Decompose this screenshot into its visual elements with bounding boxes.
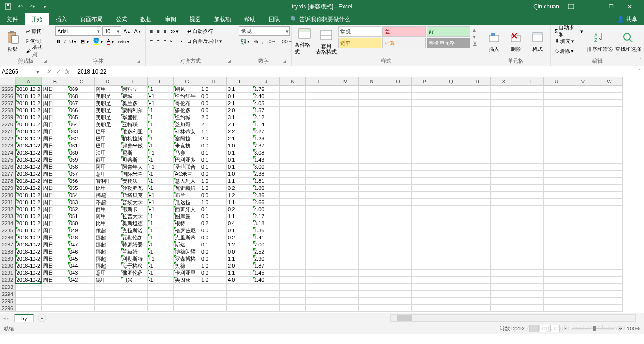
cell[interactable] bbox=[570, 248, 596, 255]
cell[interactable]: 062 bbox=[68, 135, 95, 142]
cell[interactable] bbox=[280, 291, 306, 298]
cell[interactable] bbox=[491, 178, 517, 185]
zoom-out-button[interactable]: − bbox=[564, 326, 567, 331]
cell[interactable] bbox=[491, 241, 517, 248]
cell[interactable]: 067 bbox=[68, 100, 95, 107]
cell[interactable] bbox=[332, 305, 359, 312]
cell[interactable] bbox=[332, 270, 359, 277]
cell[interactable]: 4.05 bbox=[253, 100, 280, 107]
cell[interactable]: 蒙特利尔 bbox=[121, 107, 148, 114]
zoom-slider[interactable] bbox=[572, 328, 614, 329]
cell[interactable] bbox=[464, 298, 491, 305]
cell[interactable] bbox=[412, 192, 438, 199]
cell[interactable] bbox=[253, 305, 280, 312]
cell[interactable] bbox=[412, 241, 438, 248]
cell[interactable] bbox=[332, 291, 359, 298]
cell[interactable] bbox=[306, 128, 332, 135]
cell[interactable]: 3.00 bbox=[253, 164, 280, 171]
cell[interactable]: 周日 bbox=[42, 234, 68, 241]
row-header[interactable]: 2268 bbox=[0, 107, 16, 114]
cell[interactable]: 周日 bbox=[42, 135, 68, 142]
cell[interactable] bbox=[385, 277, 412, 284]
cell[interactable] bbox=[596, 107, 623, 114]
cell[interactable]: 周日 bbox=[42, 192, 68, 199]
cell[interactable] bbox=[491, 164, 517, 171]
cell[interactable] bbox=[570, 93, 596, 100]
cell[interactable] bbox=[596, 262, 623, 270]
col-header-O[interactable]: O bbox=[385, 77, 412, 86]
cell[interactable] bbox=[544, 284, 570, 291]
zoom-level[interactable]: 100% bbox=[627, 326, 640, 331]
cell[interactable] bbox=[517, 220, 544, 227]
cell[interactable] bbox=[491, 93, 517, 100]
cell[interactable] bbox=[438, 220, 464, 227]
cell[interactable] bbox=[438, 298, 464, 305]
col-header-T[interactable]: T bbox=[517, 77, 544, 86]
cell[interactable] bbox=[174, 305, 200, 312]
cell[interactable]: 0:1 bbox=[200, 206, 227, 213]
cell[interactable]: 安托法 bbox=[121, 178, 148, 185]
cell[interactable]: 064 bbox=[68, 121, 95, 128]
cell[interactable]: 2018-10-2 bbox=[16, 107, 42, 114]
cell[interactable] bbox=[200, 291, 227, 298]
cell[interactable] bbox=[491, 270, 517, 277]
row-header[interactable]: 2280 bbox=[0, 192, 16, 199]
cell[interactable]: 弗鲁米嫩 bbox=[121, 142, 148, 149]
cell[interactable] bbox=[570, 156, 596, 164]
cell[interactable]: 挪超 bbox=[95, 241, 121, 248]
cell[interactable] bbox=[385, 220, 412, 227]
cell[interactable] bbox=[491, 220, 517, 227]
cell[interactable]: 哥伦布 bbox=[174, 100, 200, 107]
phonetic-button[interactable]: wén▾ bbox=[116, 37, 131, 46]
cell[interactable]: 2.12 bbox=[253, 114, 280, 121]
cell[interactable] bbox=[544, 298, 570, 305]
row-header[interactable]: 2274 bbox=[0, 149, 16, 156]
cell[interactable]: -1 bbox=[148, 121, 174, 128]
cell[interactable] bbox=[517, 149, 544, 156]
cell[interactable] bbox=[280, 241, 306, 248]
cell[interactable] bbox=[280, 114, 306, 121]
col-header-E[interactable]: E bbox=[121, 77, 148, 86]
cell[interactable]: 2.90 bbox=[253, 255, 280, 262]
cell[interactable] bbox=[332, 93, 359, 100]
cell[interactable]: 巴甲 bbox=[95, 128, 121, 135]
cell[interactable] bbox=[544, 171, 570, 178]
cell[interactable] bbox=[306, 248, 332, 255]
cell[interactable] bbox=[570, 171, 596, 178]
cell[interactable] bbox=[359, 248, 385, 255]
row-header[interactable]: 2265 bbox=[0, 86, 16, 93]
cell[interactable] bbox=[491, 107, 517, 114]
decrease-font-button[interactable]: A▾ bbox=[132, 26, 142, 36]
cell[interactable] bbox=[570, 284, 596, 291]
cell[interactable]: 0:1 bbox=[200, 241, 227, 248]
cell[interactable] bbox=[68, 305, 95, 312]
cell[interactable] bbox=[544, 100, 570, 107]
cell[interactable] bbox=[570, 298, 596, 305]
cell[interactable] bbox=[385, 156, 412, 164]
cell[interactable]: 意甲 bbox=[95, 270, 121, 277]
sheet-nav-next-icon[interactable]: ▸ bbox=[7, 315, 9, 321]
cell[interactable]: 周日 bbox=[42, 121, 68, 128]
cell[interactable] bbox=[253, 291, 280, 298]
cell[interactable]: 纽约城 bbox=[174, 114, 200, 121]
cell[interactable] bbox=[544, 135, 570, 142]
cell[interactable]: 4:0 bbox=[227, 277, 253, 284]
cell[interactable]: 1:1 bbox=[227, 255, 253, 262]
cell[interactable]: 2:0 bbox=[200, 135, 227, 142]
align-right-button[interactable]: ≡ bbox=[162, 36, 168, 46]
cell[interactable]: 2018-10-2 bbox=[16, 192, 42, 199]
cell[interactable] bbox=[412, 93, 438, 100]
cell[interactable] bbox=[517, 142, 544, 149]
cell[interactable]: 2018-10-2 bbox=[16, 128, 42, 135]
cell[interactable]: 060 bbox=[68, 149, 95, 156]
cell[interactable] bbox=[280, 164, 306, 171]
cell[interactable] bbox=[438, 86, 464, 93]
cell[interactable] bbox=[596, 128, 623, 135]
cell[interactable]: 052 bbox=[68, 206, 95, 213]
cell[interactable] bbox=[544, 156, 570, 164]
cell[interactable] bbox=[464, 128, 491, 135]
cell[interactable]: 芝加哥 bbox=[174, 121, 200, 128]
find-select-button[interactable]: 查找和选择 bbox=[615, 26, 641, 56]
cell[interactable] bbox=[385, 86, 412, 93]
cell[interactable]: 0:2 bbox=[200, 220, 227, 227]
